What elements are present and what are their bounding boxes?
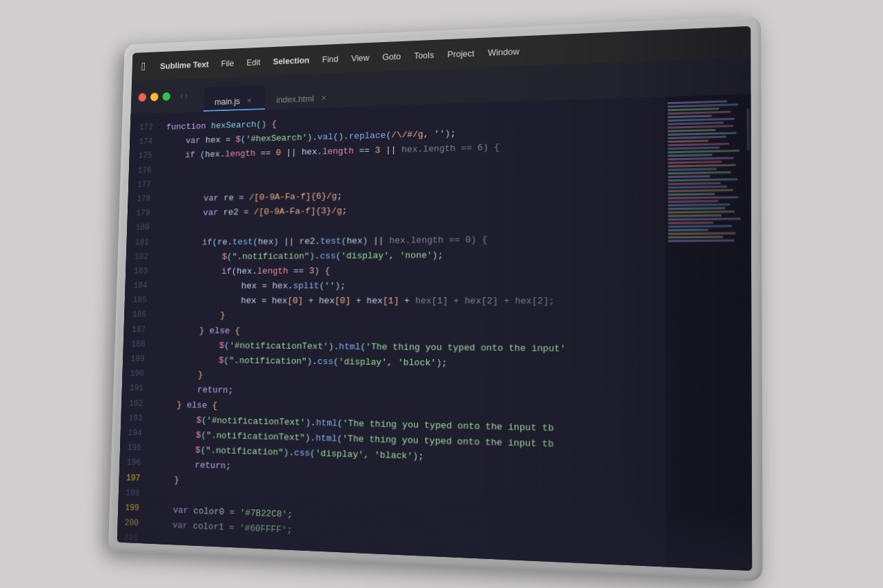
menu-file[interactable]: File bbox=[221, 58, 234, 68]
ln-192: 192 bbox=[119, 396, 143, 412]
ln-184: 184 bbox=[123, 279, 147, 294]
tabs: main.js ✕ index.html ✕ bbox=[204, 72, 340, 111]
ln-183: 183 bbox=[124, 265, 148, 279]
ln-194: 194 bbox=[118, 426, 142, 441]
ln-188: 188 bbox=[121, 337, 145, 352]
ln-196: 196 bbox=[117, 456, 141, 472]
ln-178: 178 bbox=[127, 192, 150, 207]
menu-sublime-text[interactable]: Sublime Text bbox=[160, 59, 209, 70]
menu-project[interactable]: Project bbox=[447, 48, 474, 59]
ln-197: 197 bbox=[117, 470, 141, 486]
code-area[interactable]: function hexSearch() { var hex = $('#hex… bbox=[146, 97, 666, 571]
ln-187: 187 bbox=[122, 323, 146, 337]
ln-174: 174 bbox=[129, 135, 152, 150]
ln-195: 195 bbox=[117, 440, 141, 456]
ln-181: 181 bbox=[126, 236, 149, 250]
ln-172: 172 bbox=[130, 121, 153, 136]
screen:  Sublime Text File Edit Selection Find … bbox=[117, 26, 752, 570]
maximize-button[interactable] bbox=[162, 92, 170, 100]
ln-180: 180 bbox=[126, 221, 150, 236]
menu-find[interactable]: Find bbox=[322, 53, 339, 63]
tab-index-html[interactable]: index.html ✕ bbox=[265, 82, 340, 110]
menu-goto[interactable]: Goto bbox=[382, 50, 401, 61]
tab-index-html-label: index.html bbox=[276, 93, 314, 104]
ln-186: 186 bbox=[123, 308, 146, 323]
code-line-203: colorTwo = color1; bbox=[150, 562, 666, 571]
editor: 172 174 175 176 177 178 179 180 181 182 … bbox=[117, 94, 752, 571]
ln-176: 176 bbox=[128, 163, 152, 178]
code-line-184: hex = hex.split(''); bbox=[161, 278, 666, 294]
ln-182: 182 bbox=[125, 250, 148, 265]
menu-selection[interactable]: Selection bbox=[272, 54, 309, 65]
ln-190: 190 bbox=[121, 367, 144, 382]
menu-edit[interactable]: Edit bbox=[246, 57, 261, 67]
monitor-frame:  Sublime Text File Edit Selection Find … bbox=[108, 15, 763, 581]
ln-199: 199 bbox=[117, 500, 139, 516]
minimap bbox=[665, 94, 750, 571]
code-line-183: if(hex.length == 3) { bbox=[161, 262, 665, 279]
ln-189: 189 bbox=[121, 352, 144, 367]
nav-arrows: ‹ › bbox=[180, 90, 188, 101]
ln-203: 203 bbox=[117, 560, 137, 570]
tab-main-js[interactable]: main.js ✕ bbox=[204, 85, 266, 112]
menu-view[interactable]: View bbox=[351, 52, 369, 62]
apple-logo-icon:  bbox=[141, 59, 146, 73]
traffic-lights bbox=[138, 92, 170, 101]
ln-201: 201 bbox=[117, 531, 139, 547]
scrollbar-thumb[interactable] bbox=[746, 108, 750, 150]
back-arrow-icon[interactable]: ‹ bbox=[180, 90, 183, 101]
ln-200: 200 bbox=[117, 516, 139, 531]
code-line-185: hex = hex[0] + hex[0] + hex[1] + hex[1] … bbox=[160, 294, 666, 310]
forward-arrow-icon[interactable]: › bbox=[184, 90, 188, 101]
laptop-wrapper:  Sublime Text File Edit Selection Find … bbox=[84, 12, 840, 585]
ln-191: 191 bbox=[120, 381, 144, 396]
close-button[interactable] bbox=[138, 92, 146, 101]
ln-175: 175 bbox=[129, 149, 152, 164]
menu-window[interactable]: Window bbox=[488, 45, 519, 57]
ln-177: 177 bbox=[128, 178, 151, 192]
menu-tools[interactable]: Tools bbox=[414, 49, 434, 60]
ln-179: 179 bbox=[127, 207, 150, 221]
ln-198: 198 bbox=[117, 485, 140, 501]
scene:  Sublime Text File Edit Selection Find … bbox=[62, 26, 821, 563]
ln-202: 202 bbox=[117, 545, 138, 562]
tab-main-js-label: main.js bbox=[215, 96, 240, 106]
ln-193: 193 bbox=[119, 411, 143, 426]
tab-index-html-close[interactable]: ✕ bbox=[319, 93, 328, 103]
minimize-button[interactable] bbox=[150, 92, 159, 100]
ln-185: 185 bbox=[123, 294, 147, 308]
tab-main-js-close[interactable]: ✕ bbox=[245, 95, 254, 105]
